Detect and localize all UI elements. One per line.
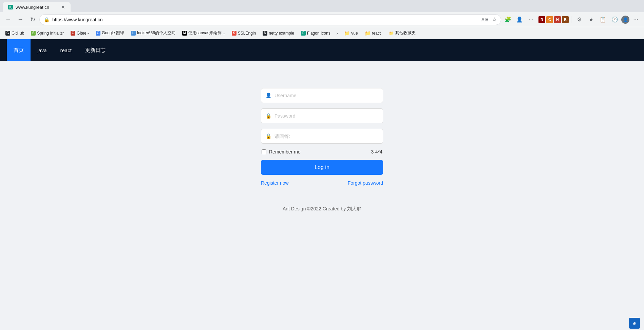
- bookmark-label-ssl: SSLEngin: [238, 31, 256, 36]
- bookmark-favicon-looker: L: [131, 31, 136, 36]
- remember-label: Remember me: [269, 149, 301, 154]
- forgot-password-link[interactable]: Forgot password: [348, 180, 383, 186]
- nav-label-react: react: [60, 47, 72, 53]
- bookmark-favicon-canvas: M: [182, 31, 187, 36]
- bookmark-favicon-ssl: S: [232, 31, 236, 36]
- menu-button[interactable]: ⋯: [630, 14, 641, 25]
- bookmark-label-canvas: 使用canvas来绘制...: [188, 30, 225, 36]
- captcha-field-wrapper: 🔒: [261, 129, 383, 144]
- folder-icon-react: 📁: [365, 30, 371, 36]
- reload-button[interactable]: ↻: [27, 14, 38, 25]
- other-bookmarks[interactable]: 📁 其他收藏夹: [386, 29, 418, 37]
- nav-item-changelog[interactable]: 更新日志: [78, 39, 112, 61]
- nav-item-react[interactable]: react: [54, 39, 78, 61]
- back-button[interactable]: ←: [3, 14, 14, 25]
- history-button[interactable]: 🕐: [609, 14, 620, 25]
- login-form: 👤 🔒 🔒 Remember me 3-4*4 Log in Register …: [261, 88, 383, 186]
- username-input[interactable]: [274, 93, 379, 98]
- bookmark-favicon-google: G: [96, 31, 100, 36]
- bookmark-ssl[interactable]: S SSLEngin: [229, 29, 259, 37]
- ie-icon: e: [629, 318, 640, 329]
- forward-button[interactable]: →: [15, 14, 26, 25]
- bookmark-label-spring: Spring Initializr: [37, 31, 64, 36]
- remember-checkbox[interactable]: [262, 149, 266, 154]
- nav-label-java: java: [37, 47, 47, 53]
- nav-label-changelog: 更新日志: [85, 47, 106, 54]
- bookmark-favicon-github: G: [5, 31, 10, 36]
- bookmarks-bar: G GitHub S Spring Initializr G Gitee - G…: [0, 27, 644, 39]
- tab-bar: K www.kungreat.cn ✕: [0, 0, 644, 12]
- remember-row: Remember me 3-4*4: [261, 149, 383, 154]
- bookmark-favicon-netty: N: [263, 31, 267, 36]
- remember-left: Remember me: [262, 149, 301, 154]
- password-field-wrapper: 🔒: [261, 108, 383, 123]
- profile-button[interactable]: 👤: [514, 14, 525, 25]
- bookmark-github[interactable]: G GitHub: [3, 29, 27, 37]
- collections-button[interactable]: 📋: [598, 14, 608, 25]
- nav-item-java[interactable]: java: [31, 39, 54, 61]
- tab-title: www.kungreat.cn: [16, 5, 49, 10]
- bookmark-favicon-flagon: F: [301, 31, 306, 36]
- ext-icon-4[interactable]: B: [562, 16, 569, 23]
- nav-item-home[interactable]: 首页: [7, 39, 31, 61]
- username-field-wrapper: 👤: [261, 88, 383, 103]
- bookmark-favicon-gitee: G: [71, 31, 75, 36]
- more-button[interactable]: ⋯: [526, 14, 536, 25]
- bookmark-label-gitee: Gitee -: [77, 31, 89, 36]
- star-icon[interactable]: ☆: [492, 16, 497, 23]
- translate-icon: A🖥: [481, 17, 489, 22]
- captcha-input[interactable]: [274, 133, 379, 139]
- bookmark-favicon-spring: S: [31, 31, 36, 36]
- browser-tab[interactable]: K www.kungreat.cn ✕: [3, 2, 71, 12]
- status-bar: e: [625, 316, 644, 330]
- bookmarks-more-button[interactable]: ›: [335, 30, 340, 36]
- app-nav: 首页 java react 更新日志: [0, 39, 644, 61]
- ext-icon-2[interactable]: C: [546, 16, 553, 23]
- divider: [571, 16, 571, 23]
- favorites-button[interactable]: ★: [586, 14, 596, 25]
- extensions-button[interactable]: 🧩: [503, 14, 513, 25]
- nav-actions: 🧩 👤 ⋯ R C H B ⚙ ★ 📋 🕐 👤 ⋯: [503, 14, 641, 25]
- password-input[interactable]: [274, 113, 379, 119]
- address-bar[interactable]: 🔒 https://www.kungreat.cn A🖥 ☆: [39, 14, 501, 25]
- bookmark-canvas[interactable]: M 使用canvas来绘制...: [179, 29, 228, 37]
- other-folder-icon: 📁: [389, 31, 394, 36]
- user-profile-button[interactable]: 👤: [621, 16, 629, 24]
- settings-button[interactable]: ⚙: [574, 14, 585, 25]
- bookmark-looker[interactable]: L looker666的个人空间: [128, 29, 178, 37]
- bookmark-label-github: GitHub: [12, 31, 24, 36]
- bookmark-label-google: Google 翻译: [102, 30, 124, 36]
- url-text: https://www.kungreat.cn: [52, 17, 479, 22]
- user-icon: 👤: [265, 92, 272, 99]
- register-link[interactable]: Register now: [261, 180, 289, 186]
- page-footer: Ant Design ©2022 Created by 刘大胖: [283, 206, 361, 212]
- nav-label-home: 首页: [14, 47, 24, 54]
- ext-icon-1[interactable]: R: [538, 16, 545, 23]
- login-button[interactable]: Log in: [261, 160, 383, 175]
- bookmark-flagon[interactable]: F Flagon Icons: [298, 29, 333, 37]
- bookmark-label-netty: netty example: [269, 31, 294, 36]
- bookmark-label-flagon: Flagon Icons: [307, 31, 330, 36]
- folder-label-react: react: [372, 31, 381, 36]
- bookmark-folder-vue[interactable]: 📁 vue: [341, 29, 360, 37]
- nav-bar: ← → ↻ 🔒 https://www.kungreat.cn A🖥 ☆ 🧩 👤…: [0, 12, 644, 27]
- bookmark-google[interactable]: G Google 翻译: [93, 29, 127, 37]
- bookmark-gitee[interactable]: G Gitee -: [68, 29, 92, 37]
- captcha-display: 3-4*4: [371, 149, 382, 154]
- form-links: Register now Forgot password: [261, 180, 383, 186]
- bookmark-folder-react[interactable]: 📁 react: [362, 29, 384, 37]
- page-content: 👤 🔒 🔒 Remember me 3-4*4 Log in Register …: [0, 61, 644, 325]
- browser-chrome: K www.kungreat.cn ✕ ← → ↻ 🔒 https://www.…: [0, 0, 644, 39]
- bookmark-spring[interactable]: S Spring Initializr: [28, 29, 67, 37]
- folder-icon-vue: 📁: [344, 30, 350, 36]
- lock-icon: 🔒: [265, 113, 272, 119]
- tab-favicon: K: [8, 5, 13, 9]
- lock-icon: 🔒: [44, 17, 50, 22]
- ext-icon-3[interactable]: H: [554, 16, 561, 23]
- captcha-lock-icon: 🔒: [265, 133, 272, 139]
- footer-text: Ant Design ©2022 Created by 刘大胖: [283, 206, 361, 211]
- bookmark-netty[interactable]: N netty example: [260, 29, 297, 37]
- folder-label-vue: vue: [351, 31, 358, 36]
- tab-close-button[interactable]: ✕: [61, 4, 65, 10]
- bookmark-label-looker: looker666的个人空间: [137, 30, 175, 36]
